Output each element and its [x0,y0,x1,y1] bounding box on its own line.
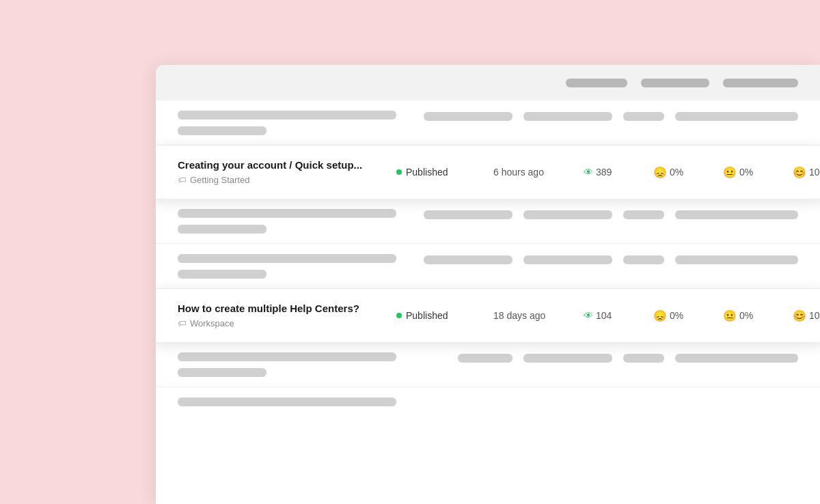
article-title-2: How to create multiple Help Centers? [178,303,396,314]
header-pill-2 [641,79,709,87]
sad-stat-2: 😞 0% [653,309,701,322]
blurred-row-3 [156,244,820,289]
article-tag-1: 🏷 Getting Started [178,175,396,185]
happy-emoji-1: 😊 [793,166,806,179]
header-pill-1 [566,79,627,87]
neutral-emoji-2: 😐 [723,309,737,322]
blurred-row-1 [156,100,820,145]
tag-icon-2: 🏷 [178,318,187,328]
header-pill-3 [723,79,798,87]
article-card-1[interactable]: Creating your account / Quick setup... 🏷… [156,145,820,199]
article-title-1: Creating your account / Quick setup... [178,159,396,171]
neutral-stat-2: 😐 0% [723,309,771,322]
status-badge-2: Published [396,310,472,321]
views-stat-2: 👁 104 [584,310,631,321]
article-info-1: Creating your account / Quick setup... 🏷… [178,159,396,185]
main-panel: Creating your account / Quick setup... 🏷… [156,65,820,504]
views-stat-1: 👁 389 [584,167,631,178]
happy-stat-2: 😊 100% [793,309,820,322]
neutral-emoji-1: 😐 [723,166,737,179]
tag-icon-1: 🏷 [178,175,187,185]
article-card-2[interactable]: How to create multiple Help Centers? 🏷 W… [156,289,820,342]
sad-emoji-2: 😞 [653,309,667,322]
eye-icon-2: 👁 [584,310,593,321]
sad-emoji-1: 😞 [653,166,667,179]
blurred-row-2 [156,199,820,244]
time-ago-2: 18 days ago [493,310,562,321]
sad-stat-1: 😞 0% [653,166,701,179]
neutral-stat-1: 😐 0% [723,166,771,179]
article-meta-1: Published 6 hours ago 👁 389 😞 0% 😐 0% 😊 … [396,166,820,179]
header-row [156,65,820,100]
status-badge-1: Published [396,167,472,178]
status-dot-2 [396,313,402,318]
time-ago-1: 6 hours ago [493,167,562,178]
eye-icon-1: 👁 [584,167,593,178]
article-meta-2: Published 18 days ago 👁 104 😞 0% 😐 0% 😊 … [396,309,820,322]
blurred-row-5 [156,387,820,423]
article-tag-2: 🏷 Workspace [178,318,396,328]
happy-emoji-2: 😊 [793,309,806,322]
happy-stat-1: 😊 100% [793,166,820,179]
article-info-2: How to create multiple Help Centers? 🏷 W… [178,303,396,328]
status-dot-1 [396,169,402,175]
blurred-row-4 [156,342,820,387]
